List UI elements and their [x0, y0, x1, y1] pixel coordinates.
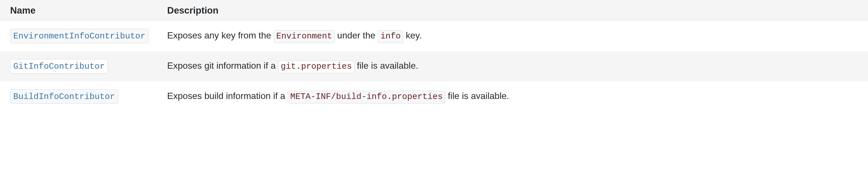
- column-header-name: Name: [0, 0, 157, 21]
- table-header-row: Name Description: [0, 0, 868, 21]
- column-header-description: Description: [157, 0, 868, 21]
- code-literal: git.properties: [278, 60, 354, 73]
- cell-name: GitInfoContributor: [0, 51, 157, 81]
- table-row: GitInfoContributor Exposes git informati…: [0, 51, 868, 81]
- cell-description: Exposes git information if a git.propert…: [157, 51, 868, 81]
- desc-text: file is available.: [354, 60, 418, 71]
- desc-text: Exposes any key from the: [167, 30, 274, 40]
- code-literal: info: [378, 30, 403, 43]
- type-link[interactable]: EnvironmentInfoContributor: [13, 31, 146, 41]
- desc-text: Exposes build information if a: [167, 91, 288, 101]
- type-link-box[interactable]: EnvironmentInfoContributor: [10, 29, 149, 43]
- info-contributors-table: Name Description EnvironmentInfoContribu…: [0, 0, 868, 112]
- type-link[interactable]: GitInfoContributor: [13, 62, 105, 71]
- cell-description: Exposes build information if a META-INF/…: [157, 81, 868, 112]
- cell-description: Exposes any key from the Environment und…: [157, 21, 868, 51]
- table-row: BuildInfoContributor Exposes build infor…: [0, 81, 868, 112]
- desc-text: file is available.: [445, 91, 509, 101]
- code-literal: Environment: [274, 30, 335, 43]
- type-link[interactable]: BuildInfoContributor: [13, 92, 115, 102]
- cell-name: BuildInfoContributor: [0, 81, 157, 112]
- table-row: EnvironmentInfoContributor Exposes any k…: [0, 21, 868, 51]
- code-literal: META-INF/build-info.properties: [288, 91, 445, 104]
- desc-text: Exposes git information if a: [167, 60, 278, 71]
- desc-text: under the: [335, 30, 378, 40]
- type-link-box[interactable]: GitInfoContributor: [10, 59, 108, 74]
- type-link-box[interactable]: BuildInfoContributor: [10, 89, 118, 104]
- cell-name: EnvironmentInfoContributor: [0, 21, 157, 51]
- desc-text: key.: [403, 30, 422, 40]
